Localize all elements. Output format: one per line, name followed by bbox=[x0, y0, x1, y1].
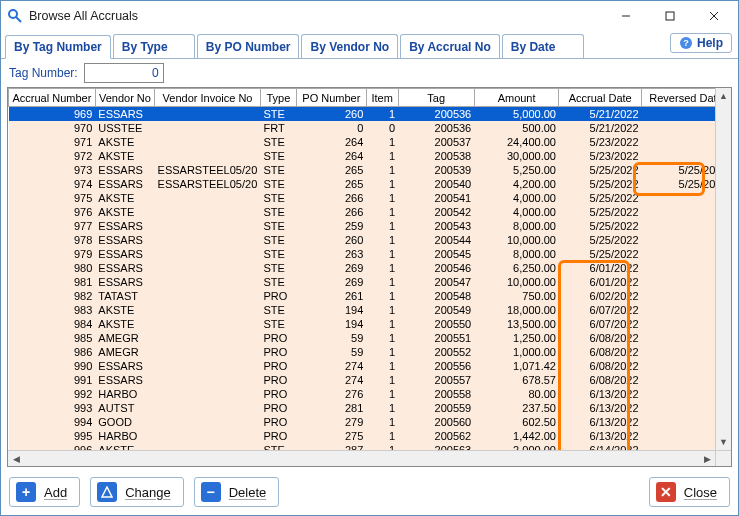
close-window-button[interactable] bbox=[692, 2, 736, 30]
cell: STE bbox=[260, 205, 296, 219]
table-row[interactable]: 986AMEGRPRO5912005521,000.006/08/2022 bbox=[9, 345, 731, 359]
col-header[interactable]: Tag bbox=[398, 89, 474, 107]
col-header[interactable]: Item bbox=[366, 89, 398, 107]
table-row[interactable]: 969ESSARSSTE26012005365,000.005/21/2022 bbox=[9, 107, 731, 122]
cell: 1 bbox=[366, 401, 398, 415]
cell: 8,000.00 bbox=[474, 219, 559, 233]
cell: GOOD bbox=[95, 415, 154, 429]
table-row[interactable]: 973ESSARSESSARSTEEL05/20STE26512005395,2… bbox=[9, 163, 731, 177]
cell: 1 bbox=[366, 359, 398, 373]
change-button[interactable]: Change bbox=[90, 477, 184, 507]
col-header[interactable]: Vendor No bbox=[95, 89, 154, 107]
cell: 200556 bbox=[398, 359, 474, 373]
svg-text:?: ? bbox=[683, 38, 689, 48]
table-row[interactable]: 975AKSTESTE26612005414,000.005/25/2022 bbox=[9, 191, 731, 205]
cell: STE bbox=[260, 135, 296, 149]
scroll-up-icon[interactable]: ▲ bbox=[716, 88, 732, 104]
scroll-left-icon[interactable]: ◀ bbox=[8, 451, 24, 467]
table-row[interactable]: 981ESSARSSTE269120054710,000.006/01/2022 bbox=[9, 275, 731, 289]
cell: 750.00 bbox=[474, 289, 559, 303]
minimize-button[interactable] bbox=[604, 2, 648, 30]
table-row[interactable]: 970USSTEEFRT00200536500.005/21/2022 bbox=[9, 121, 731, 135]
col-header[interactable]: Vendor Invoice No bbox=[155, 89, 261, 107]
delete-button[interactable]: − Delete bbox=[194, 477, 280, 507]
table-row[interactable]: 976AKSTESTE26612005424,000.005/25/2022 bbox=[9, 205, 731, 219]
cell: 980 bbox=[9, 261, 96, 275]
table-row[interactable]: 978ESSARSSTE260120054410,000.005/25/2022 bbox=[9, 233, 731, 247]
tag-number-input[interactable] bbox=[84, 63, 164, 83]
close-button[interactable]: ✕ Close bbox=[649, 477, 730, 507]
cell: 1 bbox=[366, 429, 398, 443]
cell: 1 bbox=[366, 345, 398, 359]
tab-by-po-number[interactable]: By PO Number bbox=[197, 34, 300, 58]
cell: 5/25/2022 bbox=[559, 163, 642, 177]
minus-icon: − bbox=[201, 482, 221, 502]
cell bbox=[155, 387, 261, 401]
cell: AKSTE bbox=[95, 149, 154, 163]
table-row[interactable]: 983AKSTESTE194120054918,000.006/07/2022 bbox=[9, 303, 731, 317]
cell: ESSARS bbox=[95, 163, 154, 177]
cell: ESSARS bbox=[95, 247, 154, 261]
col-header[interactable]: Accrual Date bbox=[559, 89, 642, 107]
cell: 1,250.00 bbox=[474, 331, 559, 345]
table-row[interactable]: 990ESSARSPRO27412005561,071.426/08/2022 bbox=[9, 359, 731, 373]
cell: 1 bbox=[366, 415, 398, 429]
cell: STE bbox=[260, 275, 296, 289]
cell: 995 bbox=[9, 429, 96, 443]
table-row[interactable]: 971AKSTESTE264120053724,400.005/23/2022 bbox=[9, 135, 731, 149]
cell: 237.50 bbox=[474, 401, 559, 415]
horizontal-scrollbar[interactable]: ◀ ▶ bbox=[8, 450, 715, 466]
tab-by-date[interactable]: By Date bbox=[502, 34, 584, 58]
tab-row: By Tag NumberBy TypeBy PO NumberBy Vendo… bbox=[1, 31, 738, 59]
cell: 977 bbox=[9, 219, 96, 233]
tab-by-accrual-no[interactable]: By Accrual No bbox=[400, 34, 500, 58]
cell: HARBO bbox=[95, 429, 154, 443]
tab-by-tag-number[interactable]: By Tag Number bbox=[5, 35, 111, 59]
add-button[interactable]: + Add bbox=[9, 477, 80, 507]
table-row[interactable]: 992HARBOPRO276120055880.006/13/2022 bbox=[9, 387, 731, 401]
table-row[interactable]: 995HARBOPRO27512005621,442.006/13/2022 bbox=[9, 429, 731, 443]
table-row[interactable]: 982TATASTPRO2611200548750.006/02/2022 bbox=[9, 289, 731, 303]
table-row[interactable]: 974ESSARSESSARSTEEL05/20STE26512005404,2… bbox=[9, 177, 731, 191]
window-title: Browse All Accruals bbox=[29, 9, 604, 23]
table-row[interactable]: 994GOODPRO2791200560602.506/13/2022 bbox=[9, 415, 731, 429]
scroll-right-icon[interactable]: ▶ bbox=[699, 451, 715, 467]
app-icon bbox=[7, 8, 23, 24]
col-header[interactable]: PO Number bbox=[296, 89, 366, 107]
table-row[interactable]: 979ESSARSSTE26312005458,000.005/25/2022 bbox=[9, 247, 731, 261]
cell: 6/13/2022 bbox=[559, 387, 642, 401]
tab-by-vendor-no[interactable]: By Vendor No bbox=[301, 34, 398, 58]
table-row[interactable]: 993AUTSTPRO2811200559237.506/13/2022 bbox=[9, 401, 731, 415]
grid-container: Accrual NumberVendor NoVendor Invoice No… bbox=[7, 87, 732, 467]
cell: 972 bbox=[9, 149, 96, 163]
vertical-scrollbar[interactable]: ▲ ▼ bbox=[715, 88, 731, 450]
cell: 269 bbox=[296, 275, 366, 289]
cell: 200539 bbox=[398, 163, 474, 177]
cell: 200541 bbox=[398, 191, 474, 205]
col-header[interactable]: Accrual Number bbox=[9, 89, 96, 107]
table-row[interactable]: 984AKSTESTE194120055013,500.006/07/2022 bbox=[9, 317, 731, 331]
col-header[interactable]: Type bbox=[260, 89, 296, 107]
grid-body[interactable]: Accrual NumberVendor NoVendor Invoice No… bbox=[8, 88, 731, 466]
table-row[interactable]: 991ESSARSPRO2741200557678.576/08/2022 bbox=[9, 373, 731, 387]
cell bbox=[155, 331, 261, 345]
table-row[interactable]: 977ESSARSSTE25912005438,000.005/25/2022 bbox=[9, 219, 731, 233]
cell: STE bbox=[260, 191, 296, 205]
cell: AMEGR bbox=[95, 331, 154, 345]
cell: STE bbox=[260, 163, 296, 177]
cell: TATAST bbox=[95, 289, 154, 303]
cell: 984 bbox=[9, 317, 96, 331]
table-row[interactable]: 972AKSTESTE264120053830,000.005/23/2022 bbox=[9, 149, 731, 163]
cell: 1 bbox=[366, 191, 398, 205]
cell: 6/13/2022 bbox=[559, 401, 642, 415]
cell: 983 bbox=[9, 303, 96, 317]
scroll-down-icon[interactable]: ▼ bbox=[716, 434, 732, 450]
table-row[interactable]: 985AMEGRPRO5912005511,250.006/08/2022 bbox=[9, 331, 731, 345]
col-header[interactable]: Amount bbox=[474, 89, 559, 107]
cell: PRO bbox=[260, 345, 296, 359]
help-button[interactable]: ? Help bbox=[670, 33, 732, 53]
cell: 200558 bbox=[398, 387, 474, 401]
tab-by-type[interactable]: By Type bbox=[113, 34, 195, 58]
maximize-button[interactable] bbox=[648, 2, 692, 30]
table-row[interactable]: 980ESSARSSTE26912005466,250.006/01/2022 bbox=[9, 261, 731, 275]
